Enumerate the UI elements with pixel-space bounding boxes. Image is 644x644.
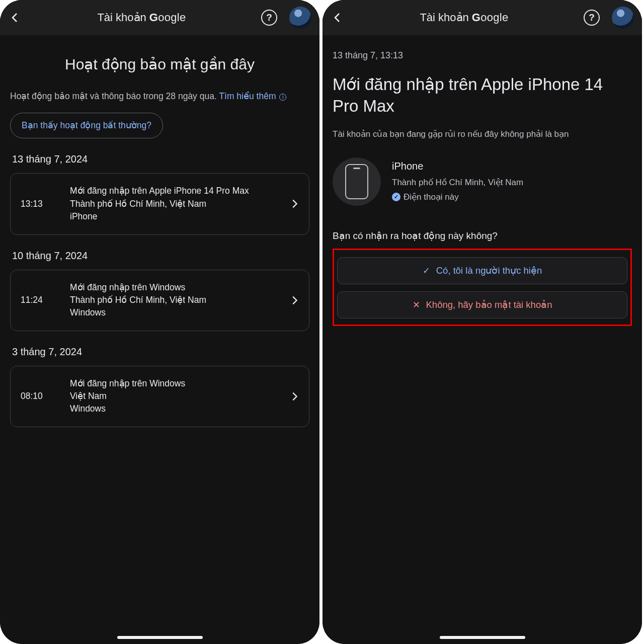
date-header: 10 tháng 7, 2024: [12, 250, 309, 262]
intro-text: Hoạt động bảo mật và thông báo trong 28 …: [10, 90, 309, 103]
device-icon: [333, 157, 381, 206]
confirm-no-button[interactable]: ✕ Không, hãy bảo mật tài khoản: [337, 291, 627, 318]
device-this-label: ✓ Điện thoại này: [392, 192, 523, 202]
activity-time: 08:10: [21, 391, 57, 401]
app-header: Tài khoản Google ?: [0, 0, 319, 35]
confirm-yes-label: Có, tôi là người thực hiện: [436, 265, 542, 276]
google-logo: Google: [149, 11, 186, 24]
header-title-text: Tài khoản: [97, 11, 146, 24]
device-location: Thành phố Hồ Chí Minh, Việt Nam: [392, 177, 523, 188]
home-indicator[interactable]: [117, 636, 203, 639]
intro-body: Hoạt động bảo mật và thông báo trong 28 …: [10, 91, 219, 101]
google-logo: Google: [472, 11, 509, 24]
unusual-activity-button[interactable]: Bạn thấy hoạt động bất thường?: [10, 113, 163, 138]
header-title: Tài khoản Google: [29, 11, 254, 24]
page-title: Hoạt động bảo mật gần đây: [10, 55, 309, 73]
date-header: 3 tháng 7, 2024: [12, 346, 309, 358]
back-button[interactable]: [331, 11, 345, 25]
recognize-prompt: Bạn có nhận ra hoạt động này không?: [333, 230, 632, 242]
activity-body: Mới đăng nhập trên Apple iPhone 14 Pro M…: [70, 185, 276, 223]
learn-more-link[interactable]: Tìm hiểu thêm i: [219, 91, 286, 101]
check-icon: ✓: [423, 265, 430, 276]
home-indicator[interactable]: [440, 636, 525, 639]
help-icon[interactable]: ?: [261, 10, 277, 26]
activity-body: Mới đăng nhập trên Windows Việt Nam Wind…: [70, 377, 276, 416]
avatar[interactable]: [612, 7, 634, 29]
avatar[interactable]: [289, 7, 311, 29]
date-header: 13 tháng 7, 2024: [12, 153, 309, 165]
info-icon: i: [279, 94, 286, 101]
device-name: iPhone: [392, 160, 523, 172]
device-row: iPhone Thành phố Hồ Chí Minh, Việt Nam ✓…: [333, 157, 632, 206]
activity-card[interactable]: 13:13 Mới đăng nhập trên Apple iPhone 14…: [10, 173, 309, 234]
phone-left: Tài khoản Google ? Hoạt động bảo mật gần…: [0, 0, 319, 644]
activity-card[interactable]: 11:24 Mới đăng nhập trên Windows Thành p…: [10, 270, 309, 331]
chevron-right-icon: [289, 295, 300, 306]
detail-timestamp: 13 tháng 7, 13:13: [333, 50, 632, 61]
back-button[interactable]: [8, 11, 22, 25]
chevron-right-icon: [289, 391, 300, 402]
activity-time: 13:13: [21, 199, 57, 209]
header-title: Tài khoản Google: [352, 11, 577, 24]
detail-warning: Tài khoản của bạn đang gặp rủi ro nếu đâ…: [333, 128, 632, 140]
confirm-no-label: Không, hãy bảo mật tài khoản: [426, 299, 552, 310]
help-icon[interactable]: ?: [584, 10, 600, 26]
close-icon: ✕: [413, 299, 420, 310]
detail-title: Mới đăng nhập trên Apple iPhone 14 Pro M…: [333, 74, 632, 117]
chevron-right-icon: [289, 198, 300, 209]
highlight-frame: ✓ Có, tôi là người thực hiện ✕ Không, hã…: [333, 249, 632, 326]
confirm-yes-button[interactable]: ✓ Có, tôi là người thực hiện: [337, 257, 627, 284]
activity-time: 11:24: [21, 295, 57, 305]
app-header: Tài khoản Google ?: [323, 0, 642, 35]
header-title-text: Tài khoản: [420, 11, 468, 24]
verified-icon: ✓: [392, 193, 400, 201]
activity-card[interactable]: 08:10 Mới đăng nhập trên Windows Việt Na…: [10, 366, 309, 427]
activity-body: Mới đăng nhập trên Windows Thành phố Hồ …: [70, 281, 276, 319]
phone-right: Tài khoản Google ? 13 tháng 7, 13:13 Mới…: [323, 0, 642, 644]
